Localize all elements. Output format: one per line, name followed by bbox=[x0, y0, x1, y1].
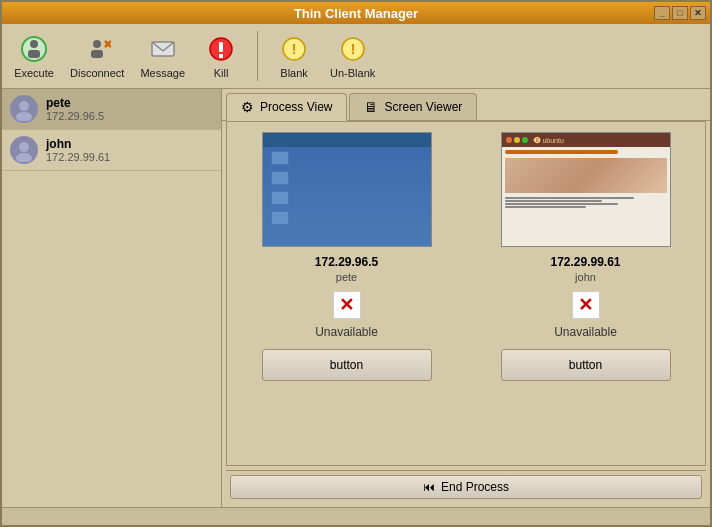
bottom-bar: ⏮ End Process bbox=[226, 470, 706, 503]
svg-point-19 bbox=[19, 142, 29, 152]
title-bar: Thin Client Manager _ □ ✕ bbox=[2, 2, 710, 24]
avatar-pete bbox=[10, 95, 38, 123]
ubuntu-header: 🅤 ubuntu bbox=[502, 133, 670, 147]
unavail-text-john: Unavailable bbox=[554, 325, 617, 339]
ubuntu-logo: 🅤 ubuntu bbox=[534, 137, 564, 144]
screen-button-pete[interactable]: button bbox=[262, 349, 432, 381]
screen-name-john: john bbox=[575, 271, 596, 283]
message-button[interactable]: Message bbox=[136, 31, 189, 81]
screen-ip-john: 172.29.99.61 bbox=[550, 255, 620, 269]
blank-icon: ! bbox=[278, 33, 310, 65]
ubuntu-image bbox=[505, 158, 667, 193]
screenshot-pete bbox=[262, 132, 432, 247]
screenshot-john: 🅤 ubuntu bbox=[501, 132, 671, 247]
text-line-1 bbox=[505, 197, 635, 199]
svg-text:!: ! bbox=[350, 41, 355, 57]
desktop-john: 🅤 ubuntu bbox=[502, 133, 670, 246]
main-window: Thin Client Manager _ □ ✕ Execute bbox=[0, 0, 712, 527]
desktop-icon-2 bbox=[271, 171, 289, 185]
desktop-icons-pete bbox=[271, 151, 289, 225]
svg-point-18 bbox=[16, 112, 32, 121]
text-line-3 bbox=[505, 203, 618, 205]
message-label: Message bbox=[140, 67, 185, 79]
avatar-john bbox=[10, 136, 38, 164]
screen-name-pete: pete bbox=[336, 271, 357, 283]
sidebar-ip-john: 172.29.99.61 bbox=[46, 151, 110, 163]
execute-label: Execute bbox=[14, 67, 54, 79]
ubuntu-bar bbox=[505, 150, 618, 154]
close-button[interactable]: ✕ bbox=[690, 6, 706, 20]
screen-cell-pete: 172.29.96.5 pete ✕ Unavailable button bbox=[237, 132, 456, 381]
minimize-button[interactable]: _ bbox=[654, 6, 670, 20]
text-line-4 bbox=[505, 206, 586, 208]
svg-point-20 bbox=[16, 153, 32, 162]
sidebar-item-john[interactable]: john 172.29.99.61 bbox=[2, 130, 221, 171]
unblank-icon: ! bbox=[337, 33, 369, 65]
svg-point-3 bbox=[93, 40, 101, 48]
text-line-2 bbox=[505, 200, 602, 202]
end-process-label: End Process bbox=[441, 480, 509, 494]
desktop-icon-4 bbox=[271, 211, 289, 225]
ubuntu-max-btn bbox=[522, 137, 528, 143]
screen-ip-pete: 172.29.96.5 bbox=[315, 255, 378, 269]
status-bar bbox=[2, 507, 710, 525]
sidebar-item-pete[interactable]: pete 172.29.96.5 bbox=[2, 89, 221, 130]
ubuntu-content bbox=[502, 147, 670, 211]
kill-button[interactable]: Kill bbox=[197, 31, 245, 81]
maximize-button[interactable]: □ bbox=[672, 6, 688, 20]
tab-screen-viewer-label: Screen Viewer bbox=[384, 100, 462, 114]
kill-label: Kill bbox=[214, 67, 229, 79]
toolbar: Execute Disconnect Message bbox=[2, 24, 710, 89]
desktop-icon-3 bbox=[271, 191, 289, 205]
svg-rect-11 bbox=[219, 42, 223, 52]
process-view-icon: ⚙ bbox=[241, 99, 254, 115]
screen-grid: 172.29.96.5 pete ✕ Unavailable button bbox=[227, 122, 705, 465]
screen-button-john[interactable]: button bbox=[501, 349, 671, 381]
svg-point-1 bbox=[30, 40, 38, 48]
sidebar-ip-pete: 172.29.96.5 bbox=[46, 110, 104, 122]
ubuntu-min-btn bbox=[514, 137, 520, 143]
svg-rect-12 bbox=[219, 54, 223, 58]
title-bar-controls: _ □ ✕ bbox=[654, 6, 706, 20]
toolbar-separator bbox=[257, 31, 258, 81]
blank-button[interactable]: ! Blank bbox=[270, 31, 318, 81]
disconnect-button[interactable]: Disconnect bbox=[66, 31, 128, 81]
tab-process-view-label: Process View bbox=[260, 100, 332, 114]
sidebar-info-john: john 172.29.99.61 bbox=[46, 137, 110, 163]
svg-point-17 bbox=[19, 101, 29, 111]
end-process-icon: ⏮ bbox=[423, 480, 435, 494]
svg-rect-4 bbox=[91, 50, 103, 58]
execute-button[interactable]: Execute bbox=[10, 31, 58, 81]
sidebar-name-pete: pete bbox=[46, 96, 104, 110]
kill-icon bbox=[205, 33, 237, 65]
main-area: pete 172.29.96.5 john 172.29.99.61 bbox=[2, 89, 710, 507]
end-process-button[interactable]: ⏮ End Process bbox=[230, 475, 702, 499]
tab-process-view[interactable]: ⚙ Process View bbox=[226, 93, 347, 121]
ubuntu-text-lines bbox=[505, 197, 667, 208]
window-title: Thin Client Manager bbox=[294, 6, 418, 21]
execute-icon bbox=[18, 33, 50, 65]
screen-cell-john: 🅤 ubuntu bbox=[476, 132, 695, 381]
blank-label: Blank bbox=[280, 67, 308, 79]
ubuntu-close-btn bbox=[506, 137, 512, 143]
svg-rect-2 bbox=[28, 50, 40, 58]
sidebar-info-pete: pete 172.29.96.5 bbox=[46, 96, 104, 122]
unblank-button[interactable]: ! Un-Blank bbox=[326, 31, 379, 81]
sidebar: pete 172.29.96.5 john 172.29.99.61 bbox=[2, 89, 222, 507]
content-panel: 172.29.96.5 pete ✕ Unavailable button bbox=[226, 121, 706, 466]
unavailable-icon-pete: ✕ bbox=[333, 291, 361, 319]
disconnect-label: Disconnect bbox=[70, 67, 124, 79]
svg-text:!: ! bbox=[292, 41, 297, 57]
tab-screen-viewer[interactable]: 🖥 Screen Viewer bbox=[349, 93, 477, 120]
desktop-pete bbox=[263, 133, 431, 246]
desktop-icon-1 bbox=[271, 151, 289, 165]
unavail-text-pete: Unavailable bbox=[315, 325, 378, 339]
tab-bar: ⚙ Process View 🖥 Screen Viewer bbox=[222, 89, 710, 121]
sidebar-name-john: john bbox=[46, 137, 110, 151]
disconnect-icon bbox=[81, 33, 113, 65]
message-icon bbox=[147, 33, 179, 65]
screen-viewer-icon: 🖥 bbox=[364, 99, 378, 115]
content-area: ⚙ Process View 🖥 Screen Viewer bbox=[222, 89, 710, 507]
unavailable-icon-john: ✕ bbox=[572, 291, 600, 319]
unblank-label: Un-Blank bbox=[330, 67, 375, 79]
